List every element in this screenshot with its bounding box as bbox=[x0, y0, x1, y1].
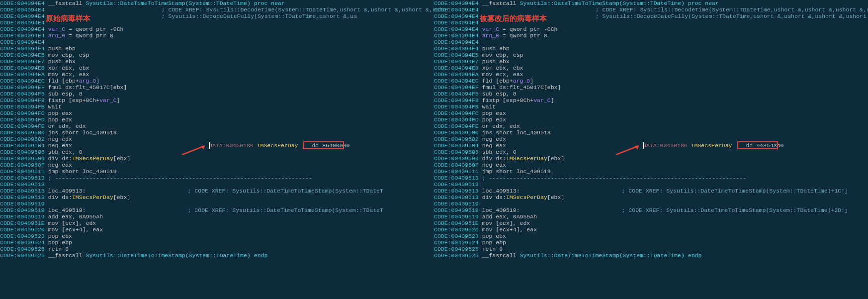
data-address: DATA:00450180 bbox=[643, 142, 688, 149]
address-label: CODE:00409511 bbox=[434, 168, 479, 175]
asm-line[interactable]: CODE:00409525 __fastcall Sysutils::DateT… bbox=[0, 252, 434, 259]
asm-line[interactable]: CODE:00409513 ; ------------------------… bbox=[0, 175, 434, 181]
asm-line[interactable]: CODE:00409519 loc_409519:; CODE XREF: Sy… bbox=[0, 207, 434, 213]
asm-line[interactable]: CODE:004094FC pop eax bbox=[0, 110, 434, 116]
asm-line[interactable]: CODE:004094EF fmul ds:flt_45017C[ebx] bbox=[434, 84, 868, 91]
asm-line[interactable]: CODE:004094E4; Sysutils::DecodeDateFully… bbox=[434, 13, 868, 19]
address-label: CODE:00409525 bbox=[434, 246, 479, 252]
asm-line[interactable]: CODE:00409525 retn 8 bbox=[0, 246, 434, 252]
asm-line[interactable]: CODE:004094EC fld [ebp+arg_0] bbox=[434, 78, 868, 84]
asm-line[interactable]: CODE:004094E4 arg_0 = qword ptr 8 bbox=[0, 32, 434, 39]
asm-line[interactable]: CODE:00409523 pop ebx bbox=[434, 233, 868, 239]
asm-line[interactable]: CODE:00409513 ; ------------------------… bbox=[434, 175, 868, 181]
asm-line[interactable]: CODE:00409502 neg edx bbox=[0, 136, 434, 142]
address-label: CODE:004094E4 bbox=[434, 6, 479, 13]
asm-line[interactable]: CODE:00409513 bbox=[0, 181, 434, 188]
asm-line[interactable]: CODE:00409513 div ds:IMSecsPerDay[ebx] bbox=[0, 194, 434, 200]
address-label: CODE:004094FE bbox=[434, 123, 479, 129]
asm-line[interactable]: CODE:004094E5 mov ebp, esp bbox=[434, 52, 868, 58]
asm-line[interactable]: CODE:004094FE or edx, edx bbox=[0, 123, 434, 129]
asm-line[interactable]: CODE:004094EC fld [ebp+arg_0] bbox=[0, 78, 434, 84]
address-label: CODE:00409509 bbox=[0, 155, 45, 162]
asm-line[interactable]: CODE:004094E4 bbox=[0, 39, 434, 45]
asm-line[interactable]: CODE:004094E8 xor ebx, ebx bbox=[0, 65, 434, 71]
asm-line[interactable]: CODE:004094EA mov ecx, eax bbox=[434, 71, 868, 78]
asm-line[interactable]: CODE:004094E4 bbox=[434, 39, 868, 45]
asm-line[interactable]: CODE:004094FD pop edx bbox=[0, 116, 434, 123]
asm-line[interactable]: CODE:00409525 __fastcall Sysutils::DateT… bbox=[434, 252, 868, 259]
address-label: CODE:004094E7 bbox=[434, 58, 479, 65]
data-symbol: IMSecsPerDay bbox=[691, 142, 732, 149]
asm-line[interactable]: CODE:004094E4 bbox=[434, 19, 868, 26]
asm-line[interactable]: CODE:004094E5 mov ebp, esp bbox=[0, 52, 434, 58]
address-label: CODE:004094E8 bbox=[0, 65, 45, 71]
asm-line[interactable]: CODE:004094E4; Sysutils::DecodeDateFully… bbox=[0, 13, 434, 19]
asm-line[interactable]: CODE:00409519 add eax, 0A955Ah bbox=[434, 213, 868, 220]
asm-line[interactable]: CODE:00409513 bbox=[434, 181, 868, 188]
address-label: CODE:00409525 bbox=[0, 252, 45, 259]
asm-line[interactable]: CODE:004094EF fmul ds:flt_45017C[ebx] bbox=[0, 84, 434, 91]
asm-line[interactable]: CODE:004094FC pop eax bbox=[434, 110, 868, 116]
asm-line[interactable]: CODE:00409511 jmp short loc_409519 bbox=[0, 168, 434, 175]
asm-line[interactable]: CODE:00409500 jns short loc_409513 bbox=[0, 129, 434, 136]
asm-line[interactable]: CODE:004094F8 fistp [esp+0Ch+var_C] bbox=[0, 97, 434, 103]
asm-line[interactable]: CODE:00409520 mov [ecx+4], eax bbox=[434, 226, 868, 233]
asm-line[interactable]: CODE:004094FE or edx, edx bbox=[434, 123, 868, 129]
asm-line[interactable]: CODE:004094E7 push ebx bbox=[434, 58, 868, 65]
asm-line[interactable]: CODE:004094E4 __fastcall Sysutils::DateT… bbox=[434, 0, 868, 6]
asm-line[interactable]: CODE:00409520 mov [ecx+4], eax bbox=[0, 226, 434, 233]
asm-line[interactable]: CODE:00409500 jns short loc_409513 bbox=[434, 129, 868, 136]
asm-line[interactable]: CODE:004094F5 sub esp, 8 bbox=[434, 91, 868, 97]
asm-line[interactable]: CODE:004094E4 __fastcall Sysutils::DateT… bbox=[0, 0, 434, 6]
asm-line[interactable]: CODE:00409519 add eax, 0A955Ah bbox=[0, 213, 434, 220]
address-label: CODE:00409506 bbox=[0, 149, 45, 155]
asm-line[interactable]: CODE:004094E8 xor ebx, ebx bbox=[434, 65, 868, 71]
asm-line[interactable]: CODE:004094F8 fistp [esp+0Ch+var_C] bbox=[434, 97, 868, 103]
asm-line[interactable]: CODE:00409511 jmp short loc_409519 bbox=[434, 168, 868, 175]
asm-line[interactable]: CODE:004094FB wait bbox=[434, 103, 868, 110]
data-address: DATA:00450180 bbox=[209, 142, 254, 149]
asm-line[interactable]: CODE:00409513 loc_409513:; CODE XREF: Sy… bbox=[434, 188, 868, 194]
asm-line[interactable]: CODE:004094E4 bbox=[0, 19, 434, 26]
asm-line[interactable]: CODE:00409519 loc_409519:; CODE XREF: Sy… bbox=[434, 207, 868, 213]
address-label: CODE:004094E4 bbox=[434, 0, 479, 6]
asm-line[interactable]: CODE:004094E4; CODE XREF: Sysutils::Deco… bbox=[434, 6, 868, 13]
asm-line[interactable]: CODE:004094E4 var_C = qword ptr -0Ch bbox=[434, 26, 868, 32]
text-cursor bbox=[209, 142, 210, 149]
asm-line[interactable]: CODE:00409502 neg edx bbox=[434, 136, 868, 142]
asm-line[interactable]: CODE:00409519 bbox=[0, 200, 434, 207]
address-label: CODE:0040951E bbox=[434, 220, 479, 226]
asm-line[interactable]: CODE:004094F5 sub esp, 8 bbox=[0, 91, 434, 97]
asm-line[interactable]: CODE:0040951E mov [ecx], edx bbox=[0, 220, 434, 226]
asm-line[interactable]: CODE:004094E4 var_C = qword ptr -0Ch bbox=[0, 26, 434, 32]
asm-line[interactable]: CODE:004094E7 push ebx bbox=[0, 58, 434, 65]
asm-line[interactable]: CODE:004094FB wait bbox=[0, 103, 434, 110]
asm-line[interactable]: CODE:00409513 div ds:IMSecsPerDay[ebx] bbox=[434, 194, 868, 200]
asm-line[interactable]: CODE:00409525 retn 8 bbox=[434, 246, 868, 252]
asm-line[interactable]: CODE:00409523 pop ebx bbox=[0, 233, 434, 239]
address-label: CODE:00409500 bbox=[0, 129, 45, 136]
asm-line[interactable]: CODE:00409519 bbox=[434, 200, 868, 207]
asm-line[interactable]: CODE:0040951E mov [ecx], edx bbox=[434, 220, 868, 226]
asm-line[interactable]: CODE:00409506 sbb edx, 0 bbox=[0, 149, 434, 155]
address-label: CODE:00409504 bbox=[0, 142, 45, 149]
asm-line[interactable]: CODE:004094E4; CODE XREF: Sysutils::Deco… bbox=[0, 6, 434, 13]
asm-line[interactable]: CODE:004094E4 arg_0 = qword ptr 8 bbox=[434, 32, 868, 39]
asm-line[interactable]: CODE:00409524 pop ebp bbox=[0, 239, 434, 246]
asm-line[interactable]: CODE:00409509 div ds:IMSecsPerDay[ebx] bbox=[0, 155, 434, 162]
asm-line[interactable]: CODE:004094E4 push ebp bbox=[0, 45, 434, 52]
address-label: CODE:004094EA bbox=[434, 71, 479, 78]
asm-line[interactable]: CODE:00409506 sbb edx, 0 bbox=[434, 149, 868, 155]
asm-line[interactable]: CODE:00409509 div ds:IMSecsPerDay[ebx] bbox=[434, 155, 868, 162]
asm-line[interactable]: CODE:004094FD pop edx bbox=[434, 116, 868, 123]
asm-line[interactable]: CODE:00409524 pop ebp bbox=[434, 239, 868, 246]
asm-line[interactable]: CODE:004094E4 push ebp bbox=[434, 45, 868, 52]
asm-line[interactable]: CODE:00409513 loc_409513:; CODE XREF: Sy… bbox=[0, 188, 434, 194]
address-label: CODE:00409525 bbox=[434, 252, 479, 259]
address-label: CODE:00409513 bbox=[0, 181, 45, 188]
data-constant-line[interactable]: DATA:00450180 IMSecsPerDaydd 94854340 bbox=[643, 142, 783, 149]
asm-line[interactable]: CODE:0040950F neg eax bbox=[0, 162, 434, 168]
asm-line[interactable]: CODE:0040950F neg eax bbox=[434, 162, 868, 168]
data-constant-line[interactable]: DATA:00450180 IMSecsPerDaydd 86400000 bbox=[209, 142, 349, 149]
asm-line[interactable]: CODE:004094EA mov ecx, eax bbox=[0, 71, 434, 78]
